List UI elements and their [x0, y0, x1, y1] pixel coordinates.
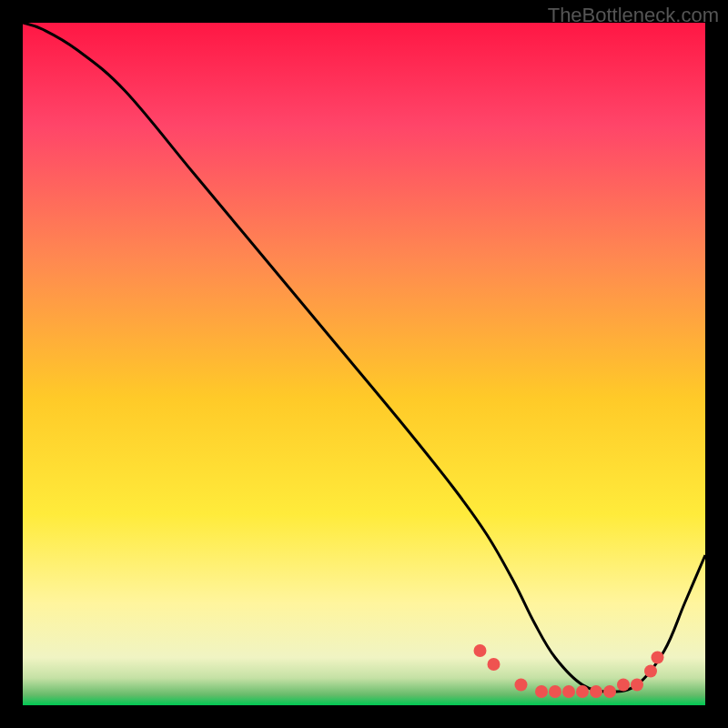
marker-dot [535, 685, 548, 698]
marker-dot [590, 685, 602, 698]
marker-dot [652, 652, 664, 664]
marker-dot [617, 679, 630, 692]
chart-plot-area [23, 23, 705, 705]
watermark-text: TheBottleneck.com [548, 4, 719, 27]
bottleneck-curve-line [23, 23, 705, 692]
marker-dot [562, 685, 575, 698]
marker-dot [603, 685, 616, 698]
marker-dot [644, 665, 657, 678]
chart-curve-layer [23, 23, 705, 705]
marker-dot [474, 644, 487, 657]
bottleneck-zone-markers [474, 644, 664, 698]
marker-dot [488, 658, 500, 671]
marker-dot [576, 685, 589, 698]
marker-dot [515, 679, 528, 692]
marker-dot [631, 679, 643, 692]
marker-dot [549, 685, 561, 698]
